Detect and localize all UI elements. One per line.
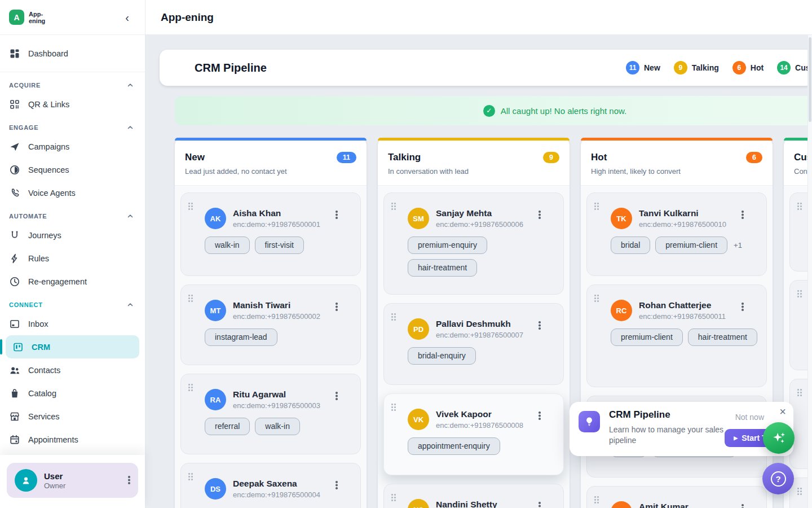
lead-card[interactable]: MT Manish Tiwari enc:demo:+919876500002 … [180, 284, 361, 365]
drag-handle-icon[interactable] [188, 384, 193, 391]
lead-card[interactable]: DS Deepak Saxena enc:demo:+919876500004 [180, 463, 361, 508]
sidebar-item-journeys[interactable]: Journeys [0, 224, 145, 247]
card-menu-kebab-icon[interactable] [539, 411, 541, 421]
drag-handle-icon[interactable] [797, 203, 802, 210]
section-connect[interactable]: CONNECT [0, 293, 145, 312]
drag-handle-icon[interactable] [391, 404, 396, 411]
extra-tags-count: +1 [734, 241, 742, 249]
avatar: SM [408, 208, 429, 229]
lead-card[interactable]: TK Tanvi Kulkarni enc:demo:+919876500010… [586, 192, 767, 276]
drag-handle-icon[interactable] [797, 290, 802, 297]
onboarding-popup: CRM Pipeline Learn how to manage your sa… [570, 402, 793, 456]
sidebar-collapse-icon[interactable]: ‹ [125, 12, 129, 23]
tag: instagram-lead [205, 329, 277, 346]
top-header: App-ening [145, 0, 812, 35]
stage-talking: 9 Talking [674, 61, 719, 75]
card-menu-kebab-icon[interactable] [742, 303, 744, 312]
card-menu-kebab-icon[interactable] [539, 321, 541, 330]
popup-title: CRM Pipeline [609, 409, 670, 421]
sidebar-item-qr-links[interactable]: QR & Links [0, 93, 145, 116]
column-title: New [185, 152, 205, 163]
drag-handle-icon[interactable] [188, 473, 193, 480]
alert-banner: ✓ All caught up! No alerts right now. [175, 96, 812, 125]
sidebar-item-crm[interactable]: CRM [6, 335, 139, 358]
user-menu-kebab-icon[interactable] [128, 476, 130, 485]
drag-handle-icon[interactable] [391, 313, 396, 321]
lead-card[interactable]: RA Ritu Agarwal enc:demo:+919876500003 r… [180, 374, 361, 454]
stage-new: 11 New [626, 61, 660, 75]
lead-phone: enc:demo:+919876500003 [233, 401, 320, 410]
lead-card[interactable]: PD Pallavi Deshmukh enc:demo:+9198765000… [383, 303, 564, 385]
section-acquire[interactable]: ACQUIRE [0, 73, 145, 93]
help-fab[interactable]: ? [762, 463, 794, 494]
sidebar-item-dashboard[interactable]: Dashboard [0, 42, 145, 65]
drag-handle-icon[interactable] [594, 496, 599, 503]
drag-handle-icon[interactable] [188, 295, 193, 302]
column-talking: Talking 9 In conversation with lead SM S… [378, 138, 570, 508]
ai-assistant-fab[interactable] [763, 422, 795, 454]
card-menu-kebab-icon[interactable] [539, 211, 541, 220]
lead-name: Rohan Chatterjee [639, 300, 726, 310]
close-icon[interactable]: × [779, 405, 786, 418]
lead-card[interactable]: AK Aisha Khan enc:demo:+919876500001 wal… [180, 192, 361, 276]
tag: hair-treatment [408, 259, 477, 277]
tag: walk-in [205, 237, 250, 254]
section-engage[interactable]: ENGAGE [0, 116, 145, 135]
card-menu-kebab-icon[interactable] [742, 504, 744, 508]
sidebar-item-label: Dashboard [28, 49, 68, 58]
sidebar-item-label: CRM [32, 343, 50, 352]
card-menu-kebab-icon[interactable] [336, 303, 338, 312]
user-card[interactable]: User Owner [7, 463, 138, 498]
stage-customer: 14 Customer [777, 61, 812, 75]
drag-handle-icon[interactable] [188, 203, 193, 210]
drag-handle-icon[interactable] [594, 203, 599, 210]
people-icon [9, 365, 20, 376]
card-menu-kebab-icon[interactable] [742, 211, 744, 220]
sidebar-item-rules[interactable]: Rules [0, 247, 145, 270]
inbox-icon [9, 318, 20, 330]
drag-handle-icon[interactable] [797, 389, 802, 396]
scrollbar-thumb[interactable] [809, 37, 811, 122]
drag-handle-icon[interactable] [594, 295, 599, 302]
sidebar-item-contacts[interactable]: Contacts [0, 358, 145, 382]
section-automate[interactable]: AUTOMATE [0, 204, 145, 224]
sidebar-item-services[interactable]: Services [0, 405, 145, 428]
drag-handle-icon[interactable] [797, 488, 802, 495]
column-count-badge: 11 [337, 152, 356, 163]
sidebar-item-campaigns[interactable]: Campaigns [0, 135, 145, 158]
card-menu-kebab-icon[interactable] [336, 481, 338, 490]
lead-card[interactable]: AK Amit Kumar [586, 486, 767, 508]
sidebar-item-label: QR & Links [28, 100, 69, 109]
sidebar-item-voice-agents[interactable]: Voice Agents [0, 181, 145, 204]
lead-name: Aisha Khan [233, 208, 320, 218]
sidebar-item-label: Campaigns [28, 142, 69, 151]
lead-card[interactable]: NS Nandini Shetty [383, 484, 564, 508]
card-menu-kebab-icon[interactable] [336, 392, 338, 401]
column-body: SM Sanjay Mehta enc:demo:+919876500006 p… [378, 185, 570, 508]
stage-count-badge: 11 [626, 61, 639, 75]
stage-count-badge: 9 [674, 61, 687, 75]
lightbulb-icon [579, 411, 600, 432]
drag-handle-icon[interactable] [391, 494, 396, 501]
sidebar-item-catalog[interactable]: Catalog [0, 382, 145, 405]
qr-icon [9, 99, 20, 110]
card-menu-kebab-icon[interactable] [336, 211, 338, 220]
sidebar-item-label: Voice Agents [28, 189, 76, 198]
lead-card[interactable]: RC Rohan Chatterjee enc:demo:+9198765000… [586, 284, 767, 387]
stage-count-badge: 14 [777, 61, 791, 75]
lead-card[interactable]: SM Sanjay Mehta enc:demo:+919876500006 p… [383, 192, 564, 295]
question-mark-icon: ? [771, 471, 786, 487]
card-menu-kebab-icon[interactable] [539, 502, 541, 508]
sidebar-item-sequences[interactable]: Sequences [0, 158, 145, 181]
sidebar-item-re-engagement[interactable]: Re-engagement [0, 270, 145, 293]
drag-handle-icon[interactable] [391, 203, 396, 210]
scrollbar-track[interactable] [807, 35, 812, 508]
column-body: AK Aisha Khan enc:demo:+919876500001 wal… [175, 185, 367, 508]
bag-icon [9, 388, 20, 399]
lead-card[interactable]: VK Vivek Kapoor enc:demo:+919876500008 a… [383, 393, 564, 475]
sidebar-item-appointments[interactable]: Appointments [0, 428, 145, 451]
not-now-button[interactable]: Not now [735, 413, 764, 422]
clock-icon [9, 276, 20, 287]
main-area: App-ening CRM Pipeline 11 New 9 Talking … [145, 0, 812, 508]
sidebar-item-inbox[interactable]: Inbox [0, 312, 145, 335]
